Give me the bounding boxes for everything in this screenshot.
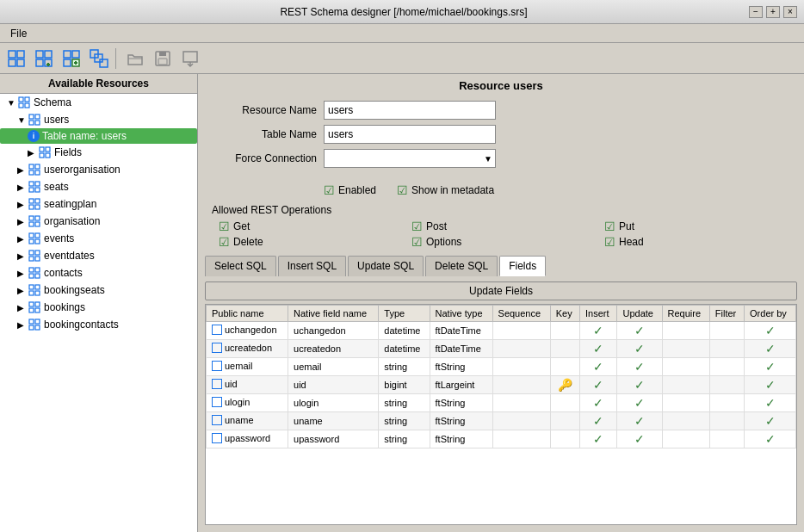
- tab-select-sql[interactable]: Select SQL: [205, 256, 276, 276]
- close-button[interactable]: ×: [783, 6, 797, 18]
- tree-item-seatingplan[interactable]: ▶ seatingplan: [0, 195, 197, 213]
- cell-public-name: uname: [207, 412, 288, 430]
- save-button[interactable]: [150, 46, 176, 71]
- svg-rect-65: [35, 285, 40, 289]
- cell-type: string: [379, 394, 430, 412]
- cell-filter: [709, 394, 744, 412]
- op-post: ☑ Post: [411, 220, 597, 233]
- tab-fields[interactable]: Fields: [499, 256, 546, 276]
- resource-name-input[interactable]: [324, 101, 496, 120]
- seats-label: seats: [44, 181, 69, 193]
- resource-name-row: Resource Name: [212, 101, 790, 120]
- tree-item-schema[interactable]: ▼ Schema: [0, 94, 197, 111]
- cell-key: [550, 340, 579, 358]
- cell-public-name: uchangedon: [207, 322, 288, 340]
- cell-order-by: ✓: [745, 376, 796, 394]
- op-put-label: Put: [619, 220, 634, 232]
- row-icon: [212, 415, 222, 425]
- tree-item-eventdates[interactable]: ▶ eventdates: [0, 247, 197, 264]
- table-row[interactable]: uchangedon uchangedon datetime ftDateTim…: [207, 322, 796, 340]
- bookingcontacts-icon: [28, 318, 41, 331]
- bookings-arrow: ▶: [17, 303, 28, 312]
- table-header-row: Public name Native field name Type Nativ…: [207, 306, 796, 322]
- bookingseats-label: bookingseats: [44, 284, 105, 296]
- svg-rect-66: [29, 291, 34, 295]
- cell-public-name: ulogin: [207, 394, 288, 412]
- cell-key: [550, 430, 579, 448]
- enabled-label[interactable]: Enabled: [338, 184, 376, 196]
- update-fields-button[interactable]: Update Fields: [205, 281, 797, 300]
- eventdates-label: eventdates: [44, 250, 95, 262]
- col-native-type: Native type: [430, 306, 492, 322]
- seatingplan-arrow: ▶: [17, 200, 28, 209]
- open-button[interactable]: [122, 46, 148, 71]
- force-connection-select[interactable]: [324, 149, 496, 168]
- table-row[interactable]: uid uid bigint ftLargeint 🔑 ✓ ✓ ✓: [207, 376, 796, 394]
- menu-file[interactable]: File: [3, 26, 34, 41]
- add-resource-button[interactable]: [31, 46, 57, 71]
- seats-arrow: ▶: [17, 182, 28, 192]
- table-row[interactable]: uname uname string ftString ✓ ✓ ✓: [207, 412, 796, 430]
- fields-panel: Public name Native field name Type Nativ…: [205, 304, 797, 525]
- tree-item-contacts[interactable]: ▶ contacts: [0, 264, 197, 281]
- cell-native-type: ftString: [430, 358, 492, 376]
- cell-order-by: ✓: [745, 430, 796, 448]
- table-name-input[interactable]: [324, 125, 496, 144]
- tree-item-users-info[interactable]: i Table name: users: [0, 128, 197, 144]
- tree-item-organisation[interactable]: ▶ organisation: [0, 213, 197, 230]
- svg-rect-44: [29, 199, 34, 203]
- col-key: Key: [550, 306, 579, 322]
- cell-require: [662, 322, 709, 340]
- bookingseats-icon: [28, 283, 41, 297]
- toolbar-sep-1: [115, 48, 119, 69]
- svg-rect-73: [35, 319, 40, 324]
- export-button[interactable]: [177, 46, 203, 71]
- svg-rect-61: [35, 268, 40, 272]
- table-row[interactable]: uemail uemail string ftString ✓ ✓ ✓: [207, 358, 796, 376]
- userorg-icon: [28, 163, 41, 176]
- show-in-metadata-label[interactable]: Show in metadata: [411, 184, 494, 196]
- tab-delete-sql[interactable]: Delete SQL: [425, 256, 498, 276]
- op-get-icon: ☑: [219, 220, 230, 233]
- events-icon: [28, 232, 41, 245]
- svg-rect-24: [19, 97, 23, 102]
- fields-table: Public name Native field name Type Nativ…: [206, 305, 796, 448]
- table-row[interactable]: ulogin ulogin string ftString ✓ ✓ ✓: [207, 394, 796, 412]
- title-bar: REST Schema designer [/home/michael/book…: [0, 0, 804, 24]
- tree-item-userorganisation[interactable]: ▶ userorganisation: [0, 161, 197, 178]
- contacts-icon: [28, 266, 41, 280]
- cell-key: 🔑: [550, 376, 579, 394]
- op-options-icon: ☑: [411, 235, 423, 249]
- add-field-button[interactable]: [59, 46, 84, 71]
- cell-type: datetime: [379, 322, 430, 340]
- svg-rect-53: [35, 233, 40, 238]
- svg-rect-51: [35, 222, 40, 226]
- tree-item-events[interactable]: ▶ events: [0, 230, 197, 247]
- tree-item-bookingseats[interactable]: ▶ bookingseats: [0, 281, 197, 299]
- cell-insert: ✓: [580, 412, 617, 430]
- op-delete: ☑ Delete: [219, 235, 405, 249]
- eventdates-icon: [28, 249, 41, 263]
- svg-rect-50: [29, 222, 34, 226]
- svg-rect-55: [35, 239, 40, 244]
- cell-require: [662, 394, 709, 412]
- table-row[interactable]: ucreatedon ucreatedon datetime ftDateTim…: [207, 340, 796, 358]
- tree-item-bookingcontacts[interactable]: ▶ bookingcontacts: [0, 316, 197, 333]
- cell-native-type: ftDateTime: [430, 322, 492, 340]
- tab-insert-sql[interactable]: Insert SQL: [278, 256, 346, 276]
- tab-update-sql[interactable]: Update SQL: [348, 256, 424, 276]
- new-schema-button[interactable]: [3, 46, 29, 71]
- force-connection-label: Force Connection: [212, 152, 324, 164]
- tree-item-users[interactable]: ▼ users: [0, 111, 197, 128]
- svg-rect-48: [29, 216, 34, 220]
- tree-item-fields[interactable]: ▶ Fields: [0, 144, 197, 161]
- col-type: Type: [379, 306, 430, 322]
- maximize-button[interactable]: +: [766, 6, 780, 18]
- add-nested-button[interactable]: [86, 46, 112, 71]
- checkboxes-row: ☑ Enabled ☑ Show in metadata: [310, 180, 804, 201]
- tree-item-seats[interactable]: ▶ seats: [0, 178, 197, 195]
- tree-item-bookings[interactable]: ▶ bookings: [0, 299, 197, 316]
- table-name-label: Table Name: [212, 128, 324, 140]
- table-row[interactable]: upassword upassword string ftString ✓ ✓ …: [207, 430, 796, 448]
- minimize-button[interactable]: −: [749, 6, 763, 18]
